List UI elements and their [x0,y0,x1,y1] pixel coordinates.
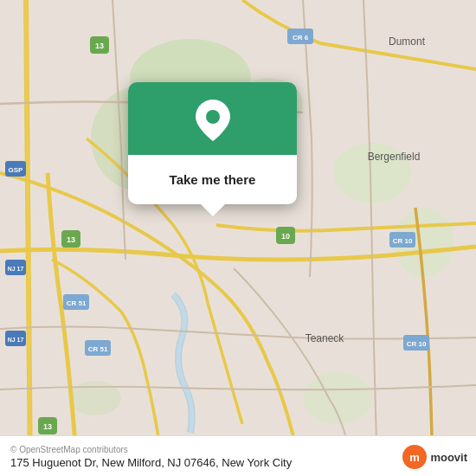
map-attribution: © OpenStreetMap contributors [10,445,466,454]
popup-header [128,82,297,155]
svg-text:13: 13 [67,235,75,244]
svg-text:NJ 17: NJ 17 [8,266,24,272]
svg-text:13: 13 [95,42,104,50]
svg-text:Bergenfield: Bergenfield [368,151,421,163]
svg-text:CR 51: CR 51 [67,299,87,307]
take-me-there-button[interactable]: Take me there [137,164,288,196]
moovit-text: moovit [430,451,467,464]
map-background: 13 CR 6 GSP 13 10 CR 10 NJ 17 NJ 17 CR 5… [0,0,476,476]
svg-text:NJ 17: NJ 17 [8,337,24,343]
location-popup: Take me there [128,82,297,204]
svg-text:CR 6: CR 6 [293,34,309,42]
svg-text:CR 10: CR 10 [407,340,427,348]
svg-text:GSP: GSP [9,166,24,174]
svg-text:m: m [410,451,421,464]
svg-text:CR 51: CR 51 [88,345,108,353]
address-text: 175 Huguenot Dr, New Milford, NJ 07646, … [10,456,466,469]
svg-text:13: 13 [43,422,52,431]
map-container: 13 CR 6 GSP 13 10 CR 10 NJ 17 NJ 17 CR 5… [0,0,476,476]
moovit-icon: m [402,445,427,469]
svg-text:10: 10 [281,232,290,241]
svg-point-35 [206,110,220,124]
svg-text:CR 10: CR 10 [393,237,413,245]
svg-text:Teaneck: Teaneck [306,332,345,344]
svg-point-6 [303,372,372,424]
location-pin-icon [194,101,232,139]
moovit-logo: m moovit [402,445,467,469]
svg-text:Dumont: Dumont [389,35,426,48]
